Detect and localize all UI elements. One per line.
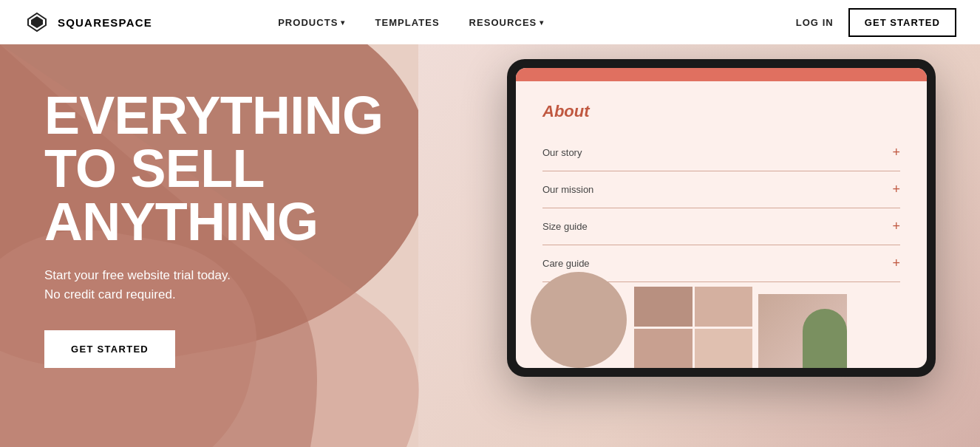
accordion-item-1: Our mission + [542, 171, 900, 208]
tablet-screen: About Our story + Our mission + Size gui… [516, 68, 927, 368]
grid-cell-3 [634, 329, 693, 369]
tablet-outer-frame: About Our story + Our mission + Size gui… [507, 59, 936, 377]
accordion-plus-0: + [892, 145, 900, 160]
tablet-bottom-images [516, 272, 927, 368]
chevron-down-icon-resources: ▾ [540, 18, 544, 27]
tablet-strip-image [758, 294, 847, 368]
tablet-circle-image [531, 272, 627, 368]
accordion-label-3: Care guide [542, 258, 590, 269]
login-link[interactable]: LOG IN [796, 17, 834, 28]
logo-text: SQUARESPACE [58, 16, 152, 29]
logo-link[interactable]: SQUARESPACE [24, 9, 152, 35]
grid-cell-1 [634, 287, 693, 327]
tablet-content-area: About Our story + Our mission + Size gui… [516, 81, 927, 303]
accordion-label-2: Size guide [542, 221, 588, 232]
tablet-arm-decoration [803, 309, 847, 368]
accordion-label-0: Our story [542, 147, 582, 158]
hero-section: EVERYTHING TO SELL ANYTHING Start your f… [0, 44, 980, 447]
accordion-plus-3: + [892, 256, 900, 271]
chevron-down-icon: ▾ [341, 18, 345, 27]
grid-cell-2 [695, 287, 753, 327]
tablet-mockup: About Our story + Our mission + Size gui… [507, 59, 936, 377]
hero-headline: EVERYTHING TO SELL ANYTHING [44, 89, 383, 248]
accordion-label-1: Our mission [542, 184, 593, 195]
nav-center-links: PRODUCTS ▾ TEMPLATES RESOURCES ▾ [278, 17, 544, 28]
hero-get-started-button[interactable]: GET STARTED [44, 330, 175, 368]
nav-templates[interactable]: TEMPLATES [375, 17, 439, 28]
hero-content: EVERYTHING TO SELL ANYTHING Start your f… [44, 89, 383, 368]
accordion-plus-1: + [892, 182, 900, 197]
accordion-item-2: Size guide + [542, 208, 900, 245]
navigation: SQUARESPACE PRODUCTS ▾ TEMPLATES RESOURC… [0, 0, 980, 44]
hero-subtitle: Start your free website trial today. No … [44, 266, 383, 304]
accordion-plus-2: + [892, 219, 900, 234]
nav-products[interactable]: PRODUCTS ▾ [278, 17, 345, 28]
nav-get-started-button[interactable]: GET STARTED [848, 8, 956, 37]
nav-right-actions: LOG IN GET STARTED [796, 8, 956, 37]
tablet-grid-image [634, 287, 752, 368]
accordion-item-0: Our story + [542, 134, 900, 171]
nav-resources[interactable]: RESOURCES ▾ [469, 17, 545, 28]
squarespace-logo-icon [24, 9, 50, 35]
tablet-about-heading: About [542, 102, 900, 121]
tablet-top-bar [516, 68, 927, 81]
grid-cell-4 [695, 329, 753, 369]
